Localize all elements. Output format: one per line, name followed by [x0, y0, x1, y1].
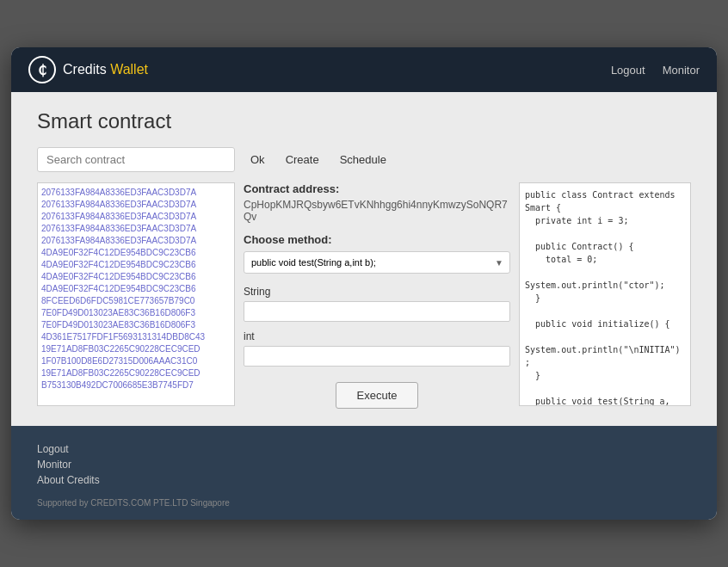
method-label: Choose method:: [244, 233, 510, 246]
footer-monitor[interactable]: Monitor: [37, 459, 691, 471]
logo-credits: Credits: [63, 62, 107, 77]
list-item[interactable]: 2076133FA984A8336ED3FAAC3D3D7A: [41, 223, 231, 235]
footer-logout[interactable]: Logout: [37, 443, 691, 455]
content-area: 2076133FA984A8336ED3FAAC3D3D7A2076133FA9…: [37, 182, 691, 409]
param1-label: String: [244, 286, 510, 298]
list-item[interactable]: 2076133FA984A8336ED3FAAC3D3D7A: [41, 199, 231, 211]
list-item[interactable]: 2076133FA984A8336ED3FAAC3D3D7A: [41, 211, 231, 223]
contract-list[interactable]: 2076133FA984A8336ED3FAAC3D3D7A2076133FA9…: [37, 182, 235, 406]
footer: Logout Monitor About Credits Supported b…: [11, 426, 717, 520]
list-item[interactable]: 7E0FD49D013023AE83C36B16D806F3: [41, 307, 231, 319]
list-item[interactable]: 4D361E7517FDF1F5693131314DBD8C43: [41, 331, 231, 343]
param2-input[interactable]: [244, 346, 510, 367]
address-value: CpHopKMJRQsbyw6ETvKNhhgg6hi4nnyKmwzySoNQ…: [244, 199, 510, 223]
nav-logout[interactable]: Logout: [611, 64, 645, 77]
logo-wallet: Wallet: [110, 62, 148, 77]
logo-icon: ₵: [28, 56, 56, 83]
execute-row: Execute: [244, 382, 510, 409]
schedule-button[interactable]: Schedule: [335, 150, 392, 169]
footer-copy: Supported by CREDITS.COM PTE.LTD Singapo…: [37, 498, 691, 508]
execute-button[interactable]: Execute: [336, 382, 419, 409]
method-select[interactable]: public void test(String a,int b);: [244, 251, 510, 274]
footer-about[interactable]: About Credits: [37, 474, 691, 486]
create-button[interactable]: Create: [281, 150, 324, 169]
method-select-wrapper: public void test(String a,int b); ▼: [244, 251, 510, 274]
list-item[interactable]: 8FCEED6D6FDC5981CE773657B79C0: [41, 295, 231, 307]
contract-details-panel: Contract address: CpHopKMJRQsbyw6ETvKNhh…: [244, 182, 510, 409]
list-item[interactable]: 7E0FD49D013023AE83C36B16D806F3: [41, 319, 231, 331]
app-window: ₵ Credits Wallet Logout Monitor Smart co…: [11, 47, 717, 520]
footer-links: Logout Monitor About Credits: [37, 443, 691, 486]
address-label: Contract address:: [244, 182, 510, 195]
search-input[interactable]: [37, 147, 235, 172]
list-item[interactable]: 4DA9E0F32F4C12DE954BDC9C23CB6: [41, 283, 231, 295]
param2-label: int: [244, 330, 510, 342]
main-content: Smart contract Ok Create Schedule 207613…: [11, 92, 717, 426]
list-item[interactable]: B753130B492DC7006685E3B7745FD7: [41, 379, 231, 391]
list-item[interactable]: 4DA9E0F32F4C12DE954BDC9C23CB6: [41, 259, 231, 271]
list-item[interactable]: 1F07B100D8E6D27315D006AAAC31C0: [41, 355, 231, 367]
ok-button[interactable]: Ok: [245, 150, 270, 169]
param1-input[interactable]: [244, 301, 510, 322]
list-item[interactable]: 19E71AD8FB03C2265C90228CEC9CED: [41, 367, 231, 379]
action-row: Ok Create Schedule: [37, 147, 691, 172]
list-item[interactable]: 2076133FA984A8336ED3FAAC3D3D7A: [41, 235, 231, 247]
code-panel: public class Contract extends Smart { pr…: [519, 182, 691, 406]
logo: ₵ Credits Wallet: [28, 56, 148, 83]
page-title: Smart contract: [37, 109, 691, 133]
list-item[interactable]: 2076133FA984A8336ED3FAAC3D3D7A: [41, 187, 231, 199]
header: ₵ Credits Wallet Logout Monitor: [11, 47, 717, 92]
list-item[interactable]: 19E71AD8FB03C2265C90228CEC9CED: [41, 343, 231, 355]
list-item[interactable]: 4DA9E0F32F4C12DE954BDC9C23CB6: [41, 247, 231, 259]
list-item[interactable]: 4DA9E0F32F4C12DE954BDC9C23CB6: [41, 271, 231, 283]
header-nav: Logout Monitor: [611, 64, 700, 77]
nav-monitor[interactable]: Monitor: [663, 64, 700, 77]
logo-text: Credits Wallet: [63, 62, 148, 77]
